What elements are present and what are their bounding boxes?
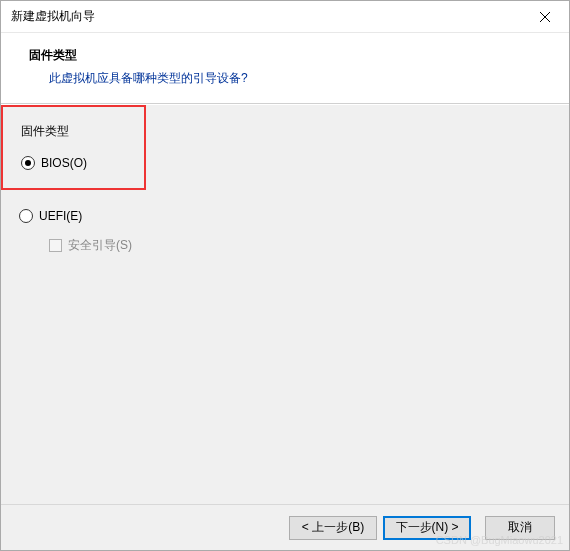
close-icon [540, 12, 550, 22]
radio-label: BIOS(O) [41, 156, 87, 170]
radio-option-bios[interactable]: BIOS(O) [3, 150, 144, 176]
cancel-button[interactable]: 取消 [485, 516, 555, 540]
radio-label: UEFI(E) [39, 209, 82, 223]
group-label-firmware: 固件类型 [3, 107, 144, 150]
radio-icon [19, 209, 33, 223]
highlight-box: 固件类型 BIOS(O) [1, 105, 146, 190]
checkbox-secure-boot: 安全引导(S) [1, 231, 569, 260]
radio-icon [21, 156, 35, 170]
wizard-footer: < 上一步(B) 下一步(N) > 取消 CSDN @BugMiaowu2021 [1, 504, 569, 550]
wizard-header: 固件类型 此虚拟机应具备哪种类型的引导设备? [1, 33, 569, 104]
close-button[interactable] [525, 3, 565, 31]
wizard-window: 新建虚拟机向导 固件类型 此虚拟机应具备哪种类型的引导设备? 固件类型 BIOS… [0, 0, 570, 551]
checkbox-label: 安全引导(S) [68, 237, 132, 254]
titlebar: 新建虚拟机向导 [1, 1, 569, 33]
window-title: 新建虚拟机向导 [11, 8, 525, 25]
content-area: 固件类型 BIOS(O) UEFI(E) 安全引导(S) [1, 104, 569, 504]
page-description: 此虚拟机应具备哪种类型的引导设备? [29, 70, 549, 87]
page-title: 固件类型 [29, 47, 549, 64]
next-button[interactable]: 下一步(N) > [383, 516, 471, 540]
back-button[interactable]: < 上一步(B) [289, 516, 377, 540]
checkbox-icon [49, 239, 62, 252]
radio-option-uefi[interactable]: UEFI(E) [1, 203, 569, 229]
